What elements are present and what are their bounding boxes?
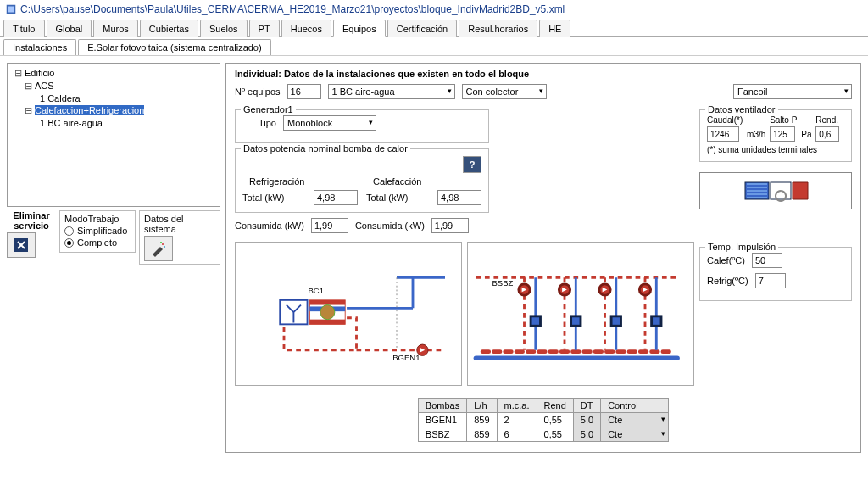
window-title: C:\Users\pause\Documents\Paula\Utiles_CE… (20, 3, 565, 15)
control-select[interactable]: Cte (601, 413, 669, 427)
tab-huecos[interactable]: Huecos (281, 20, 331, 37)
tab-equipos[interactable]: Equipos (333, 20, 386, 37)
bgen-label: BGEN1 (392, 353, 420, 362)
cons-calef-input[interactable] (431, 218, 469, 233)
tree-acs[interactable]: ACS (35, 81, 54, 91)
tab-muros[interactable]: Muros (93, 20, 138, 37)
salto-input[interactable] (770, 126, 795, 142)
pot-title: Datos potencia nominal bomba de calor (241, 143, 410, 154)
tipo-bc-select[interactable]: 1 BC aire-agua (328, 84, 455, 99)
svg-rect-1 (8, 7, 14, 13)
control-select[interactable]: Cte (601, 427, 669, 442)
service-tree[interactable]: ⊟Edificio ⊟ACS 1 Caldera ⊟Calefaccion+Re… (7, 63, 220, 207)
tab-resul[interactable]: Resul.horarios (459, 20, 537, 37)
rend-input[interactable] (815, 126, 839, 142)
tab-certificacion[interactable]: Certificación (387, 20, 458, 37)
svg-point-3 (162, 243, 164, 245)
svg-rect-31 (611, 316, 620, 326)
caudal-input[interactable] (707, 126, 739, 142)
tree-root[interactable]: Edificio (25, 68, 54, 78)
svg-rect-26 (571, 316, 581, 326)
svg-rect-11 (309, 300, 345, 305)
datos-sistema-button[interactable] (144, 236, 173, 261)
svg-rect-21 (531, 316, 540, 326)
diagram-generator: BC1 BGEN1 (235, 242, 462, 386)
panel-title: Individual: Datos de la instalaciones qu… (235, 69, 852, 79)
info-button[interactable]: ? (463, 156, 481, 173)
radio-icon (64, 238, 74, 248)
tree-caldera[interactable]: 1 Caldera (40, 93, 81, 103)
pumps-table: Bombas L/h m.c.a. Rend DT Control BGEN1 … (418, 398, 669, 442)
tree-bc[interactable]: 1 BC aire-agua (40, 118, 103, 128)
diagram-distribution: BSBZ (467, 242, 694, 386)
bc-label: BC1 (309, 286, 324, 295)
nequipos-label: Nº equipos (235, 87, 281, 97)
temp-refrig-input[interactable] (755, 273, 786, 288)
vent-title: Datos ventilador (705, 104, 778, 114)
colector-select[interactable]: Con colector (462, 84, 547, 99)
total-calef-input[interactable] (437, 190, 481, 205)
delete-service-button[interactable] (7, 232, 36, 258)
svg-rect-12 (309, 320, 345, 325)
cons-refrig-input[interactable] (311, 218, 348, 233)
tab-cubiertas[interactable]: Cubiertas (140, 20, 198, 37)
svg-marker-8 (793, 182, 808, 199)
temp-calef-input[interactable] (752, 253, 782, 268)
tree-calef-refrig[interactable]: Calefaccion+Refrigeracion (35, 105, 144, 115)
main-tabs: Titulo Global Muros Cubiertas Suelos PT … (0, 19, 868, 37)
radio-simplificado[interactable]: Simplificado (64, 226, 131, 236)
modo-title: ModoTrabajo (64, 214, 131, 224)
bsbz-label: BSBZ (492, 278, 514, 288)
total-refrig-input[interactable] (314, 190, 358, 205)
tab-suelos[interactable]: Suelos (200, 20, 248, 37)
tab-he[interactable]: HE (539, 20, 570, 37)
subtab-solar[interactable]: E.Solar fotovoltaica (sistema centraliza… (78, 39, 270, 55)
app-icon (5, 3, 17, 15)
datos-sistema-title: Datos del sistema (144, 214, 215, 234)
gen-tipo-select[interactable]: Monoblock (283, 115, 376, 131)
svg-rect-36 (652, 316, 661, 326)
gen-title: Generador1 (241, 104, 296, 114)
nequipos-input[interactable] (287, 84, 321, 99)
radio-completo[interactable]: Completo (64, 237, 131, 248)
radio-icon (64, 226, 74, 236)
temp-title: Temp. Impulsión (705, 242, 778, 252)
terminal-select[interactable]: Fancoil (733, 84, 852, 99)
subtab-instalaciones[interactable]: Instalaciones (3, 39, 76, 55)
svg-point-14 (320, 305, 335, 320)
svg-point-5 (160, 242, 162, 243)
table-row[interactable]: BGEN1 859 2 0,55 5,0 Cte (418, 413, 668, 427)
svg-point-4 (164, 246, 165, 248)
fancoil-icon (699, 172, 852, 209)
sub-tabs: Instalaciones E.Solar fotovoltaica (sist… (0, 37, 868, 56)
eliminar-label: Eliminar servicio (7, 210, 56, 231)
tab-global[interactable]: Global (47, 20, 92, 37)
tab-pt[interactable]: PT (249, 20, 280, 37)
tab-titulo[interactable]: Titulo (3, 20, 45, 37)
table-row[interactable]: BSBZ 859 6 0,55 5,0 Cte (418, 427, 668, 442)
